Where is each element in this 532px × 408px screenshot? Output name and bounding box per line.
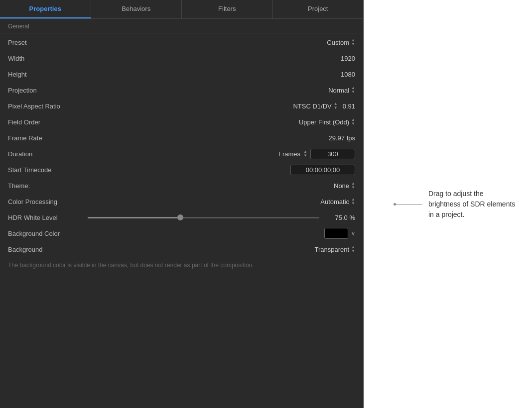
properties-panel: Properties Behaviors Filters Project Gen… [0, 0, 364, 408]
field-order-stepper[interactable]: ▲ ▼ [351, 118, 355, 126]
duration-row: Duration Frames ▲ ▼ [0, 146, 363, 162]
color-processing-row: Color Processing Automatic ▲ ▼ [0, 194, 363, 209]
color-processing-stepper[interactable]: ▲ ▼ [351, 198, 355, 205]
background-stepper[interactable]: ▲ ▼ [351, 245, 355, 253]
pixel-aspect-numeric: 0.91 [343, 102, 355, 110]
theme-stepper[interactable]: ▲ ▼ [351, 182, 355, 190]
field-order-label: Field Order [8, 118, 88, 126]
start-timecode-value [88, 165, 355, 175]
field-order-row: Field Order Upper First (Odd) ▲ ▼ [0, 114, 363, 130]
hdr-slider-thumb[interactable] [177, 214, 183, 220]
swatch-chevron-icon[interactable]: ∨ [351, 230, 355, 237]
preset-label: Preset [8, 39, 88, 46]
duration-input[interactable] [310, 149, 355, 159]
hdr-slider-container: 75.0 % [88, 214, 355, 221]
pixel-aspect-ratio-value[interactable]: NTSC D1/DV ▲ ▼ 0.91 [88, 102, 355, 110]
duration-unit-stepper[interactable]: ▲ ▼ [303, 150, 307, 158]
background-color-value[interactable]: ∨ [88, 228, 355, 239]
frame-rate-label: Frame Rate [8, 134, 88, 142]
tab-properties[interactable]: Properties [0, 0, 91, 18]
tab-filters[interactable]: Filters [182, 0, 273, 18]
frame-rate-value: 29.97 fps [88, 134, 355, 142]
color-processing-value[interactable]: Automatic ▲ ▼ [88, 198, 355, 205]
right-panel: Drag to adjust the brightness of SDR ele… [364, 0, 532, 408]
pixel-aspect-ratio-row: Pixel Aspect Ratio NTSC D1/DV ▲ ▼ 0.91 [0, 98, 363, 114]
width-label: Width [8, 55, 88, 62]
color-swatch-container: ∨ [324, 228, 355, 239]
background-value[interactable]: Transparent ▲ ▼ [88, 245, 355, 253]
callout-line [394, 204, 422, 204]
tab-behaviors[interactable]: Behaviors [91, 0, 182, 18]
pixel-aspect-ratio-label: Pixel Aspect Ratio [8, 102, 88, 110]
preset-value[interactable]: Custom ▲ ▼ [88, 38, 355, 46]
preset-stepper[interactable]: ▲ ▼ [351, 38, 355, 46]
start-timecode-label: Start Timecode [8, 166, 88, 174]
projection-value[interactable]: Normal ▲ ▼ [88, 86, 355, 94]
frame-rate-row: Frame Rate 29.97 fps [0, 130, 363, 146]
width-value: 1920 [88, 55, 355, 62]
height-row: Height 1080 [0, 66, 363, 82]
hdr-white-level-label: HDR White Level [8, 214, 88, 221]
pixel-aspect-stepper[interactable]: ▲ ▼ [334, 102, 338, 110]
start-timecode-row: Start Timecode [0, 162, 363, 178]
theme-row: Theme: None ▲ ▼ [0, 178, 363, 194]
callout-container: Drag to adjust the brightness of SDR ele… [394, 185, 522, 224]
theme-label: Theme: [8, 182, 88, 190]
hdr-slider-fill [88, 217, 180, 218]
tab-bar: Properties Behaviors Filters Project [0, 0, 363, 19]
field-order-value[interactable]: Upper First (Odd) ▲ ▼ [88, 118, 355, 126]
general-section-header: General [0, 19, 363, 32]
background-color-label: Background Color [8, 230, 88, 237]
tab-project[interactable]: Project [273, 0, 364, 18]
background-row: Background Transparent ▲ ▼ [0, 241, 363, 257]
start-timecode-input[interactable] [290, 165, 355, 175]
hdr-slider-value: 75.0 % [325, 214, 355, 221]
panel-content: General Preset Custom ▲ ▼ Width 1920 Hei… [0, 19, 363, 408]
background-color-row: Background Color ∨ [0, 225, 363, 241]
height-label: Height [8, 71, 88, 78]
note-text: The background color is visible in the c… [0, 257, 363, 276]
hdr-white-level-row: HDR White Level 75.0 % [0, 209, 363, 225]
preset-row: Preset Custom ▲ ▼ [0, 34, 363, 50]
background-label: Background [8, 246, 88, 253]
theme-value[interactable]: None ▲ ▼ [88, 182, 355, 190]
callout-box: Drag to adjust the brightness of SDR ele… [422, 185, 522, 224]
projection-row: Projection Normal ▲ ▼ [0, 82, 363, 98]
duration-value: Frames ▲ ▼ [88, 149, 355, 159]
projection-stepper[interactable]: ▲ ▼ [351, 86, 355, 94]
duration-label: Duration [8, 150, 88, 158]
height-value: 1080 [88, 71, 355, 78]
projection-label: Projection [8, 87, 88, 94]
hdr-slider-track[interactable] [88, 217, 319, 218]
width-row: Width 1920 [0, 50, 363, 66]
color-processing-label: Color Processing [8, 198, 88, 205]
background-color-swatch[interactable] [324, 228, 348, 239]
